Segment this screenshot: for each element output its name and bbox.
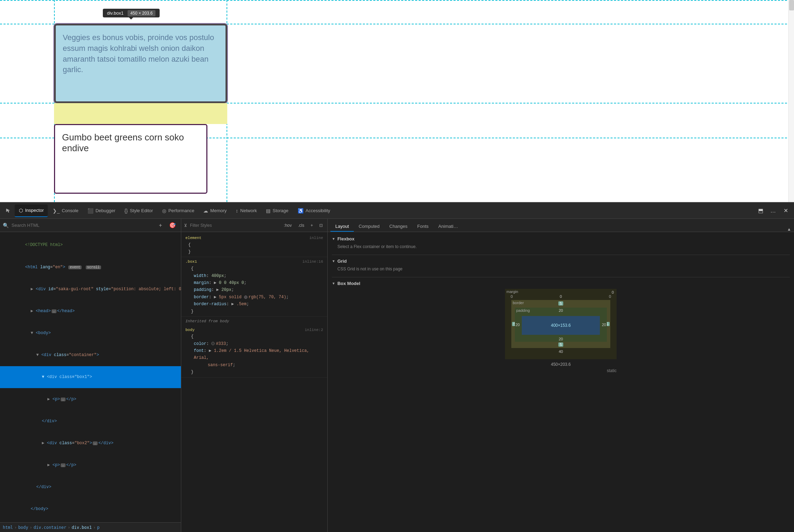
storage-icon: ▤	[266, 208, 270, 214]
element-rule: element inline { }	[181, 233, 327, 257]
tab-performance[interactable]: ◎ Performance	[158, 205, 198, 217]
element-selector: element	[185, 235, 201, 241]
tab-changes[interactable]: Changes	[384, 222, 412, 232]
dock-button[interactable]: ⬒	[755, 205, 766, 216]
margin-top-val: 0	[560, 294, 562, 299]
tab-storage[interactable]: ▤ Storage	[262, 205, 293, 217]
margin-decl[interactable]: margin: ▶ 0 0 40px 0;	[185, 279, 323, 286]
more-button[interactable]: …	[768, 205, 779, 216]
scrollbar-thumb[interactable]	[789, 0, 794, 10]
tree-body-close[interactable]: </body>	[0, 498, 181, 520]
tree-box1-close[interactable]: </div>	[0, 410, 181, 432]
box1-element: Veggies es bonus vobis, proinde vos post…	[54, 24, 227, 103]
grid-header[interactable]: ▼ Grid	[332, 259, 790, 264]
box-model-section: ▼ Box Model margin 0 0 0 0	[332, 281, 790, 373]
grid-message: CSS Grid is not in use on this page	[337, 267, 790, 271]
tree-head[interactable]: ▶ <head>…</head>	[0, 300, 181, 322]
tab-console[interactable]: ❯_ Console	[48, 205, 83, 217]
tab-memory[interactable]: ☁ Memory	[199, 205, 231, 217]
inspector-label: Inspector	[25, 208, 44, 213]
search-html-input[interactable]	[12, 223, 154, 228]
element-source: inline	[309, 235, 323, 241]
close-devtools-button[interactable]: ✕	[780, 205, 791, 216]
font-decl[interactable]: font: ▶ 1.2em / 1.5 Helvetica Neue, Helv…	[185, 347, 323, 369]
tab-style-editor[interactable]: {} Style Editor	[120, 205, 157, 217]
pick-element-button[interactable]: 🎯	[167, 221, 178, 229]
flexbox-title: Flexbox	[337, 236, 354, 241]
border-color-swatch[interactable]	[244, 295, 247, 299]
layout-panel: Layout Computed Changes Fonts Animati… ▲…	[328, 219, 794, 532]
box1-selector: .box1	[185, 259, 197, 265]
toolbar-end-buttons: ⬒ … ✕	[755, 205, 791, 216]
tab-accessibility[interactable]: ♿ Accessibility	[293, 205, 335, 217]
grid-section: ▼ Grid CSS Grid is not in use on this pa…	[332, 259, 790, 271]
color-decl[interactable]: color: #333;	[185, 340, 323, 347]
tree-div-close[interactable]: </div>	[0, 476, 181, 498]
viewport-scrollbar[interactable]	[788, 0, 794, 202]
add-rule-button[interactable]: +	[309, 222, 315, 229]
network-icon: ↕	[236, 208, 238, 214]
style-editor-label: Style Editor	[130, 208, 153, 213]
tooltip-text: div.box1	[107, 10, 123, 16]
breadcrumb-container[interactable]: div.container	[33, 525, 66, 530]
breadcrumb-html[interactable]: html	[3, 525, 13, 530]
body-source: inline:2	[305, 327, 323, 333]
breadcrumb-p[interactable]: p	[97, 525, 99, 530]
cls-button[interactable]: .cls	[296, 222, 306, 229]
guide-h1	[0, 0, 794, 1]
width-decl[interactable]: width: 400px;	[185, 272, 323, 279]
breadcrumb-body[interactable]: body	[18, 525, 28, 530]
layout-panel-collapse[interactable]: ▲	[787, 227, 791, 232]
tab-layout[interactable]: Layout	[330, 222, 354, 232]
tab-inspector[interactable]: ⬡ Inspector	[15, 205, 48, 217]
tree-html[interactable]: <html lang="en"> event scroll	[0, 256, 181, 278]
grid-title: Grid	[337, 259, 347, 264]
body-rule: body inline:2 { color: #333; font: ▶ 1.2…	[181, 325, 327, 378]
inherited-from-label: Inherited from body	[181, 317, 327, 325]
flexbox-message: Select a Flex container or item to conti…	[337, 244, 790, 249]
screenshot-button[interactable]: ⊡	[318, 222, 325, 229]
padding-top-val: 20	[559, 308, 563, 313]
tree-box2[interactable]: ▶ <div class="box2">…</div>	[0, 432, 181, 454]
scroll-badge: scroll	[86, 265, 101, 269]
debugger-label: Debugger	[96, 208, 115, 213]
search-icon: 🔍	[3, 223, 9, 228]
storage-label: Storage	[273, 208, 289, 213]
tab-fonts[interactable]: Fonts	[412, 222, 434, 232]
border-decl[interactable]: border: ▶ 5px solid rgb(75, 70, 74);	[185, 294, 323, 301]
add-node-button[interactable]: +	[157, 222, 164, 229]
element-open-brace: {	[185, 241, 323, 248]
tree-box1-selected[interactable]: ▼ <div class="box1">	[0, 366, 181, 388]
border-label: border	[513, 301, 524, 305]
devtools-toolbar: ⬡ Inspector ❯_ Console ⬛ Debugger {} Sty…	[0, 203, 794, 219]
hov-button[interactable]: :hov	[282, 222, 293, 229]
box1-close-brace: }	[185, 308, 323, 315]
tab-debugger[interactable]: ⬛ Debugger	[83, 205, 120, 217]
tree-doctype[interactable]: <!DOCTYPE html>	[0, 234, 181, 256]
margin-right-val: 0	[612, 290, 614, 294]
border-radius-decl[interactable]: border-radius: ▶ .5em;	[185, 301, 323, 308]
tab-network[interactable]: ↕ Network	[231, 205, 261, 217]
box-model-header[interactable]: ▼ Box Model	[332, 281, 790, 286]
padding-bottom-val: 20	[559, 337, 563, 341]
flexbox-header[interactable]: ▼ Flexbox	[332, 236, 790, 241]
box1-open-brace: {	[185, 265, 323, 272]
box1-source: inline:16	[303, 259, 323, 265]
tab-computed[interactable]: Computed	[354, 222, 384, 232]
filter-styles-input[interactable]	[190, 223, 279, 228]
breadcrumb-box1[interactable]: div.box1	[71, 525, 92, 530]
padding-decl[interactable]: padding: ▶ 20px;	[185, 286, 323, 293]
padding-label: padding	[516, 308, 530, 313]
margin-left-outer: 0	[511, 294, 513, 299]
tree-container-open[interactable]: ▼ <div class="container">	[0, 344, 181, 366]
tab-animation[interactable]: Animati…	[434, 222, 463, 232]
content-box: 400×153.6	[522, 316, 600, 335]
color-swatch[interactable]	[211, 342, 215, 345]
tree-saka-root[interactable]: ▶ <div id="saka-gui-root" style="positio…	[0, 278, 181, 300]
picker-button[interactable]	[3, 205, 14, 216]
tree-box2-p[interactable]: ▶ <p>…</p>	[0, 454, 181, 476]
padding-right-val: 20	[602, 323, 606, 327]
tree-box1-p[interactable]: ▶ <p>…</p>	[0, 388, 181, 410]
tree-body-open[interactable]: ▼ <body>	[0, 322, 181, 344]
yellow-bar	[54, 103, 227, 124]
